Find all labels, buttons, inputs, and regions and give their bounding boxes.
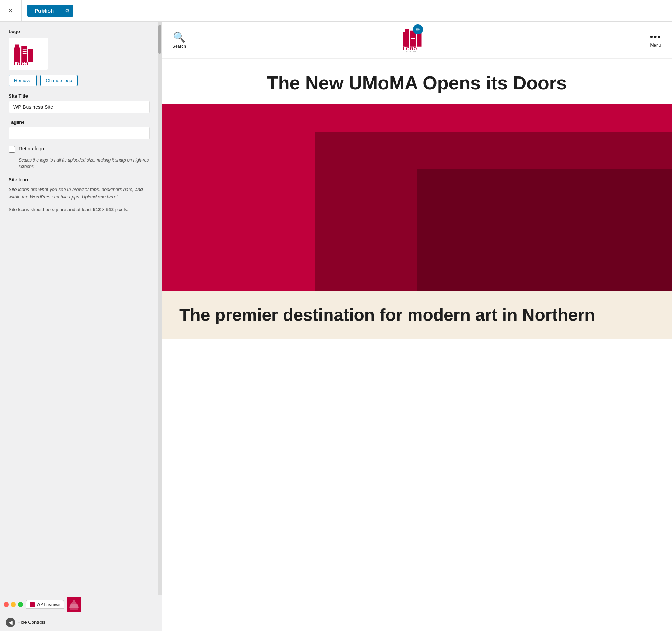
logo-section-label: Logo (9, 29, 150, 34)
browser-tab[interactable]: L WP Business (26, 600, 64, 609)
panel-content: Logo LOGO REAL ESTATE (0, 22, 161, 225)
site-icon-preview (67, 597, 81, 612)
site-title-input[interactable] (9, 101, 150, 113)
retina-logo-checkbox[interactable] (9, 146, 15, 153)
site-title-group: Site Title (9, 93, 150, 113)
scroll-thumb (158, 25, 161, 54)
search-icon: 🔍 (173, 31, 186, 43)
svg-rect-2 (21, 46, 27, 62)
svg-rect-17 (417, 33, 422, 47)
article-title-area: The New UMoMA Opens its Doors (162, 59, 672, 104)
article-title: The New UMoMA Opens its Doors (179, 73, 654, 93)
svg-text:REAL ESTATE: REAL ESTATE (403, 51, 417, 52)
left-panel: Logo LOGO REAL ESTATE (0, 22, 161, 595)
hide-controls-button[interactable]: ◀ Hide Controls (6, 618, 46, 627)
scrollbar[interactable] (158, 22, 161, 595)
svg-text:LOGO: LOGO (403, 46, 417, 51)
featured-image-inner2 (417, 169, 672, 291)
hide-controls-label: Hide Controls (17, 620, 46, 625)
site-icon-note: Site Icons should be square and at least… (9, 206, 150, 214)
tagline-input[interactable] (9, 127, 150, 139)
top-bar: × Publish ⚙ (0, 0, 672, 22)
change-logo-button[interactable]: Change logo (40, 75, 78, 86)
publish-settings-button[interactable]: ⚙ (61, 5, 73, 17)
svg-text:REAL ESTATE: REAL ESTATE (14, 67, 27, 67)
publish-area: Publish ⚙ (22, 5, 79, 17)
right-panel: 🔍 Search ✏ LOGO REAL ESTATE •• (162, 22, 672, 631)
left-arrow-icon: ◀ (6, 618, 15, 627)
logo-buttons: Remove Change logo (9, 75, 150, 86)
search-label: Search (172, 44, 186, 49)
site-icon-label: Site Icon (9, 177, 150, 182)
gear-icon: ⚙ (65, 8, 70, 14)
svg-text:L: L (31, 603, 32, 606)
menu-label: Menu (650, 43, 661, 48)
bottom-bar: ◀ Hide Controls (0, 613, 162, 631)
menu-dots-icon: ••• (650, 32, 661, 42)
remove-button[interactable]: Remove (9, 75, 37, 86)
close-icon: × (8, 6, 13, 15)
favicon-icon: L (30, 602, 35, 607)
nav-menu[interactable]: ••• Menu (650, 32, 661, 48)
svg-rect-13 (70, 604, 78, 610)
left-panel-wrapper: Logo LOGO REAL ESTATE (0, 22, 162, 631)
tagline-group: Tagline (9, 120, 150, 139)
browser-chrome: L WP Business (0, 595, 162, 613)
traffic-lights (4, 602, 23, 607)
close-button[interactable]: × (0, 0, 22, 22)
svg-text:LOGO: LOGO (14, 61, 29, 66)
nav-search[interactable]: 🔍 Search (172, 31, 186, 49)
preview-content: The New UMoMA Opens its Doors The premie… (162, 59, 672, 631)
browser-tab-label: WP Business (37, 602, 60, 607)
logo-preview: LOGO REAL ESTATE (9, 38, 48, 70)
preview-nav: 🔍 Search ✏ LOGO REAL ESTATE •• (162, 22, 672, 59)
maximize-traffic-light[interactable] (18, 602, 23, 607)
site-icon-mini (67, 597, 81, 612)
retina-logo-row: Retina logo (9, 146, 150, 153)
minimize-traffic-light[interactable] (11, 602, 16, 607)
main-layout: Logo LOGO REAL ESTATE (0, 22, 672, 631)
close-traffic-light[interactable] (4, 602, 9, 607)
svg-rect-1 (15, 44, 19, 62)
retina-logo-label[interactable]: Retina logo (19, 146, 44, 151)
publish-button[interactable]: Publish (27, 5, 61, 17)
svg-rect-15 (405, 29, 409, 47)
logo-image: LOGO REAL ESTATE (12, 41, 45, 67)
retina-hint: Scales the logo to half its uploaded siz… (19, 157, 150, 170)
tagline-label: Tagline (9, 120, 150, 125)
site-title-label: Site Title (9, 93, 150, 99)
second-article-title: The premier destination for modern art i… (179, 305, 654, 325)
svg-rect-3 (28, 49, 33, 62)
site-icon-description: Site Icons are what you see in browser t… (9, 186, 150, 201)
site-icon-section: Site Icon Site Icons are what you see in… (9, 177, 150, 213)
nav-logo-area: ✏ LOGO REAL ESTATE (402, 27, 434, 52)
logo-edit-badge[interactable]: ✏ (413, 24, 423, 34)
second-article-area: The premier destination for modern art i… (162, 291, 672, 339)
featured-image (162, 104, 672, 291)
